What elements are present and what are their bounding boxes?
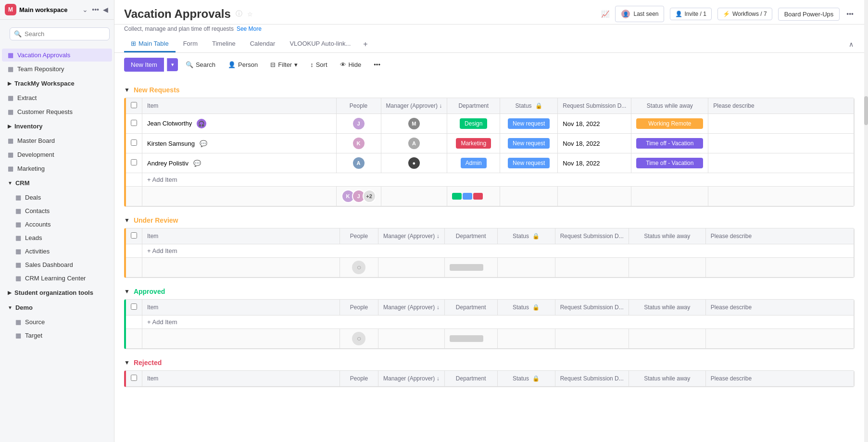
col-header-away: Status while away: [629, 300, 705, 316]
summary-row: K J +2: [126, 187, 854, 206]
subtitle-text: Collect, manage and plan time off reques…: [124, 25, 234, 32]
new-item-dropdown-button[interactable]: ▾: [167, 58, 178, 71]
collapse-tabs-button[interactable]: ∧: [848, 39, 855, 49]
filter-label: Filter: [278, 61, 292, 68]
date-cell: Nov 18, 2022: [558, 153, 631, 173]
see-more-link[interactable]: See More: [237, 25, 262, 32]
sidebar-item-inventory[interactable]: ▶ Inventory: [2, 120, 112, 133]
select-all-checkbox[interactable]: [131, 375, 137, 381]
scrollbar[interactable]: [864, 0, 868, 442]
sidebar-item-label: Source: [25, 318, 45, 326]
star-icon[interactable]: ☆: [247, 11, 253, 18]
tab-form[interactable]: Form: [176, 36, 204, 52]
row-checkbox[interactable]: [131, 120, 137, 126]
group-header-under-review[interactable]: ▼ Under Review: [124, 216, 855, 224]
expand-icon[interactable]: ⌄: [81, 5, 89, 14]
avatar: A: [407, 137, 421, 150]
crm-section-header[interactable]: ▼ CRM: [2, 177, 112, 189]
sort-button[interactable]: ↕ Sort: [305, 58, 332, 71]
dept-cell: Marketing: [447, 134, 500, 153]
add-item-label[interactable]: + Add Item: [142, 316, 854, 329]
sidebar-item-sales-dashboard[interactable]: ▦ Sales Dashboard: [10, 258, 112, 271]
sidebar-item-accounts[interactable]: ▦ Accounts: [10, 218, 112, 231]
search-input[interactable]: [25, 30, 105, 38]
add-item-row[interactable]: + Add Item: [126, 316, 854, 329]
select-all-checkbox[interactable]: [131, 102, 137, 108]
search-button[interactable]: 🔍 Search: [181, 58, 220, 71]
more-options-icon[interactable]: •••: [91, 5, 100, 14]
headphone-icon: 🎧: [197, 119, 206, 128]
item-cell[interactable]: Jean Clotworthy 🎧: [142, 114, 337, 134]
sidebar-item-marketing[interactable]: ▦ Marketing: [2, 162, 112, 175]
sidebar-item-vacation-approvals[interactable]: ▦ Vacation Approvals: [2, 49, 112, 62]
sidebar-item-label: Extract: [17, 94, 37, 101]
info-icon[interactable]: ⓘ: [236, 10, 242, 18]
board-powerups-button[interactable]: Board Power-Ups: [778, 8, 840, 21]
item-cell[interactable]: Andrey Polistiv 💬: [142, 153, 337, 173]
sidebar-item-master-board[interactable]: ▦ Master Board: [2, 134, 112, 147]
sidebar-item-target[interactable]: ▦ Target: [10, 329, 112, 342]
add-tab-button[interactable]: +: [358, 37, 372, 51]
scrollbar-thumb[interactable]: [864, 96, 868, 125]
more-toolbar-button[interactable]: •••: [369, 58, 385, 71]
group-header-new-requests[interactable]: ▼ New Requests: [124, 86, 855, 94]
tab-timeline[interactable]: Timeline: [205, 36, 242, 52]
sidebar-item-team-repository[interactable]: ▦ Team Repository: [2, 63, 112, 76]
add-item-label[interactable]: + Add Item: [142, 173, 854, 187]
away-cell: Time off - Vacation: [631, 153, 708, 173]
sidebar-item-extract[interactable]: ▦ Extract: [2, 91, 112, 104]
group-header-approved[interactable]: ▼ Approved: [124, 288, 855, 295]
sidebar-item-leads[interactable]: ▦ Leads: [10, 231, 112, 244]
add-item-row[interactable]: + Add Item: [126, 244, 854, 258]
tab-main-table[interactable]: ⊞ Main Table: [124, 36, 176, 52]
person-button[interactable]: 👤 Person: [223, 58, 263, 71]
row-checkbox[interactable]: [131, 159, 137, 165]
tabs-bar: ⊞ Main Table Form Timeline Calendar VLOO…: [114, 36, 864, 53]
manager-cell: ●: [381, 153, 447, 173]
tab-calendar[interactable]: Calendar: [243, 36, 282, 52]
select-all-checkbox[interactable]: [131, 303, 137, 310]
filter-button[interactable]: ⊟ Filter ▾: [265, 58, 302, 71]
hide-button[interactable]: 👁 Hide: [335, 58, 366, 71]
toolbar: New Item ▾ 🔍 Search 👤 Person ⊟ Filter ▾ …: [114, 53, 864, 76]
avatar: A: [352, 156, 365, 170]
sidebar-item-source[interactable]: ▦ Source: [10, 316, 112, 328]
group-header-rejected[interactable]: ▼ Rejected: [124, 359, 855, 366]
select-all-checkbox[interactable]: [131, 232, 137, 239]
add-item-row[interactable]: + Add Item: [126, 173, 854, 187]
col-header-status: Status 🔒: [497, 371, 555, 387]
student-org-header[interactable]: ▶ Student organization tools: [2, 286, 112, 299]
tab-vlookup[interactable]: VLOOKUP Auto-link...: [283, 36, 357, 52]
date-cell: Nov 18, 2022: [558, 114, 631, 134]
color-bar: [452, 193, 495, 200]
sidebar-item-activities[interactable]: ▦ Activities: [10, 245, 112, 258]
sidebar-item-crm-learning[interactable]: ▦ CRM Learning Center: [10, 272, 112, 285]
collapse-sidebar-icon[interactable]: ◀: [102, 5, 109, 14]
last-seen-button[interactable]: 👤 Last seen: [615, 6, 664, 22]
status-badge: New request: [508, 158, 550, 168]
invite-button[interactable]: 👤 Invite / 1: [670, 8, 712, 20]
col-header-status: Status 🔒: [497, 228, 555, 244]
row-checkbox[interactable]: [131, 139, 137, 146]
sidebar-item-trackmy[interactable]: ▶ TrackMy Workspace: [2, 77, 112, 90]
away-badge: Time off - Vacation: [636, 158, 703, 168]
group-title: Rejected: [134, 359, 162, 366]
board-icon: ▦: [8, 94, 13, 101]
add-item-label[interactable]: + Add Item: [142, 244, 854, 258]
workflows-button[interactable]: ⚡ Workflows / 7: [717, 8, 772, 20]
sidebar-item-customer-requests[interactable]: ▦ Customer Requests: [2, 105, 112, 118]
chevron-up-icon[interactable]: ∧: [848, 39, 855, 49]
new-item-button[interactable]: New Item: [124, 58, 164, 72]
more-options-button[interactable]: •••: [845, 9, 855, 19]
invite-icon: 👤: [675, 11, 682, 17]
demo-section-header[interactable]: ▼ Demo: [2, 301, 112, 314]
sidebar-item-development[interactable]: ▦ Development: [2, 148, 112, 161]
summary-row: ○: [126, 258, 854, 278]
chevron-down-icon: ▼: [8, 180, 13, 186]
sidebar-header-icons: ⌄ ••• ◀: [81, 5, 109, 14]
item-cell[interactable]: Kirsten Samsung 💬: [142, 134, 337, 153]
sidebar-item-deals[interactable]: ▦ Deals: [10, 191, 112, 204]
board-icon: ▦: [8, 137, 13, 144]
sidebar-item-contacts[interactable]: ▦ Contacts: [10, 204, 112, 217]
status-cell: New request: [500, 153, 558, 173]
